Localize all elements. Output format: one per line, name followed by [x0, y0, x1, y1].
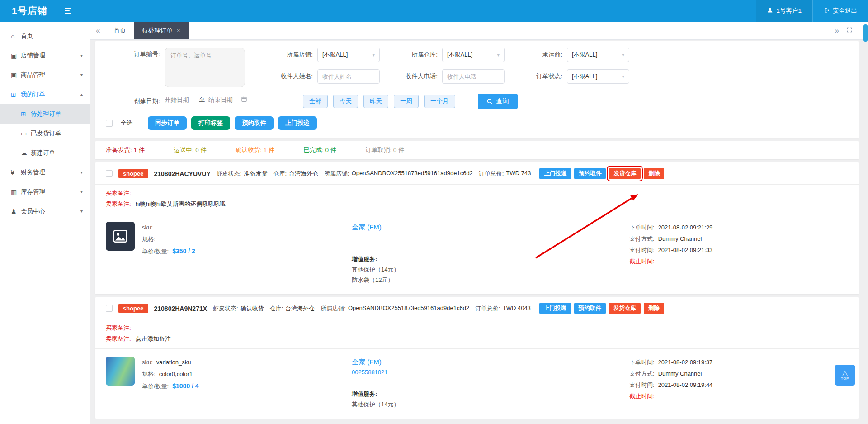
summary-item: 确认收货: 1 件 — [236, 146, 274, 154]
door-delivery-button[interactable]: 上门投递 — [278, 116, 317, 130]
quick-range-button[interactable]: 今天 — [333, 95, 358, 108]
chevron-down-icon: ▾ — [497, 52, 500, 58]
sidebar-item-goods-manage[interactable]: ▣ 商品管理 ▾ — [0, 65, 90, 85]
receiver-name-input[interactable] — [317, 69, 380, 84]
sidebar: ⌂ 首页 ▣ 店铺管理 ▾ ▣ 商品管理 ▾ ⊞ 我的订单 ▴ ⊞ 待处理订单 … — [0, 22, 90, 424]
seller-note-label: 卖家备注: — [106, 200, 131, 207]
summary-label: 已完成: — [303, 147, 323, 153]
order-time-value: 2021-08-02 09:21:29 — [658, 224, 713, 231]
sidebar-item-inventory[interactable]: ▦ 库存管理 ▾ — [0, 182, 90, 201]
summary-label: 准备发货: — [106, 147, 132, 153]
app-header: 1号店铺 1号客户1 安全退出 — [0, 0, 868, 22]
search-icon — [486, 98, 493, 105]
app-logo: 1号店铺 — [12, 5, 47, 17]
tab-pending-orders[interactable]: 待处理订单 × — [134, 22, 188, 39]
tracking-number[interactable] — [352, 233, 629, 243]
quick-range-button[interactable]: 一周 — [394, 95, 419, 108]
filter-select[interactable]: [不限ALL] ▾ — [567, 48, 629, 62]
pickup-appointment-button[interactable]: 预约取件 — [574, 303, 606, 314]
chevron-icon: ▾ — [80, 209, 83, 214]
product-image[interactable] — [106, 222, 135, 251]
tracking-number[interactable]: 00255881021 — [352, 367, 629, 377]
sidebar-item-label: 商品管理 — [21, 71, 45, 79]
delete-button[interactable]: 删除 — [644, 168, 664, 179]
quick-range-button[interactable]: 全部 — [303, 95, 328, 108]
product-image[interactable] — [106, 357, 135, 386]
ship-warehouse-button[interactable]: 发货仓库 — [609, 168, 641, 179]
print-label-button[interactable]: 打印标签 — [191, 116, 230, 130]
price-qty-value: $1000 / 4 — [172, 382, 198, 390]
scroll-tabs-right-icon[interactable]: » — [835, 26, 839, 35]
door-delivery-button[interactable]: 上门投递 — [539, 168, 571, 179]
sidebar-item-label: 库存管理 — [21, 188, 45, 196]
pickup-appointment-button[interactable]: 预约取件 — [574, 168, 606, 179]
close-tab-icon[interactable]: × — [177, 27, 180, 34]
order-status-select[interactable]: [不限ALL] ▾ — [567, 69, 629, 84]
filter-select[interactable]: [不限ALL] ▾ — [442, 48, 505, 62]
order-checkbox[interactable] — [106, 305, 113, 312]
price-qty-label: 单价/数量: — [142, 248, 169, 255]
user-menu[interactable]: 1号客户1 — [756, 0, 812, 22]
price-qty-label: 单价/数量: — [142, 383, 169, 390]
logistics-link[interactable]: 全家 (FM) — [352, 357, 629, 367]
summary-value: 0 件 — [325, 147, 336, 153]
scrollbar-thumb[interactable] — [863, 24, 868, 42]
vas-item: 其他保护（14元） — [352, 264, 629, 275]
date-range-picker[interactable]: 至 — [165, 95, 265, 107]
sync-orders-button[interactable]: 同步订单 — [148, 116, 187, 130]
spec-value: color0,color1 — [159, 371, 193, 377]
sidebar-item-new-order[interactable]: ☁ 新建订单 — [0, 143, 90, 162]
sidebar-item-label: 已发货订单 — [31, 129, 61, 138]
filter-label: 所属店铺: — [275, 48, 313, 62]
sidebar-item-shipped-orders[interactable]: ▭ 已发货订单 — [0, 124, 90, 143]
select-all-checkbox[interactable] — [106, 120, 113, 127]
sidebar-item-member[interactable]: ♟ 会员中心 ▾ — [0, 201, 90, 221]
sidebar-item-pending-orders[interactable]: ⊞ 待处理订单 — [0, 104, 90, 124]
pay-time-value: 2021-08-02 09:19:44 — [658, 381, 713, 388]
order-card: shopee 210802HA9N271X 虾皮状态:确认收货 仓库:台湾海外仓… — [95, 297, 859, 419]
sidebar-item-label: 店铺管理 — [21, 52, 45, 60]
sidebar-item-finance[interactable]: ¥ 财务管理 ▾ — [0, 162, 90, 182]
order-checkbox[interactable] — [106, 170, 113, 177]
summary-item: 订单取消: 0 件 — [365, 146, 404, 154]
filter-select[interactable]: [不限ALL] ▾ — [317, 48, 380, 62]
back-to-top-button[interactable]: △ TOP — [835, 365, 855, 386]
start-date-input[interactable] — [165, 96, 195, 103]
order-no-input[interactable] — [165, 48, 245, 87]
receiver-phone-input[interactable] — [442, 69, 505, 84]
seller-note-value[interactable]: 点击添加备注 — [136, 335, 171, 342]
end-date-input[interactable] — [208, 96, 239, 103]
status-label: 虾皮状态: — [217, 170, 242, 178]
sidebar-item-label: 待处理订单 — [31, 110, 61, 118]
sidebar-item-label: 首页 — [21, 32, 33, 40]
summary-item: 准备发货: 1 件 — [106, 146, 145, 154]
logout-button[interactable]: 安全退出 — [812, 0, 868, 22]
scroll-tabs-left-icon[interactable]: « — [90, 22, 105, 39]
order-time-value: 2021-08-02 09:19:37 — [658, 359, 713, 366]
chevron-down-icon: ▾ — [372, 52, 375, 58]
ship-warehouse-button[interactable]: 发货仓库 — [609, 303, 641, 314]
select-value: [不限ALL] — [572, 72, 597, 81]
filter-label: 承运商: — [524, 48, 562, 62]
quick-range-button[interactable]: 昨天 — [363, 95, 388, 108]
total-label: 订单总价: — [475, 305, 500, 313]
sidebar-item-home[interactable]: ⌂ 首页 — [0, 26, 90, 46]
menu-toggle-icon[interactable] — [65, 8, 71, 14]
quick-range-button[interactable]: 一个月 — [424, 95, 455, 108]
delete-button[interactable]: 删除 — [644, 303, 664, 314]
date-separator: 至 — [199, 95, 205, 104]
tab-home[interactable]: 首页 — [105, 22, 134, 39]
summary-value: 0 件 — [195, 147, 207, 153]
fullscreen-icon[interactable] — [846, 27, 853, 34]
sidebar-item-my-orders[interactable]: ⊞ 我的订单 ▴ — [0, 85, 90, 104]
pickup-appointment-button[interactable]: 预约取件 — [235, 116, 274, 130]
sidebar-item-shop-manage[interactable]: ▣ 店铺管理 ▾ — [0, 46, 90, 65]
search-button[interactable]: 查询 — [478, 94, 518, 109]
seller-note-value[interactable]: hi噢hi噢hi欧艾斯害的还偶吼吼吼哦 — [136, 200, 226, 207]
pay-time-label: 支付时间: — [629, 247, 655, 253]
summary-label: 订单取消: — [365, 147, 392, 153]
summary-label: 确认收货: — [236, 147, 262, 153]
total-value: TWD 4043 — [503, 305, 531, 313]
door-delivery-button[interactable]: 上门投递 — [539, 303, 571, 314]
logistics-link[interactable]: 全家 (FM) — [352, 222, 629, 233]
